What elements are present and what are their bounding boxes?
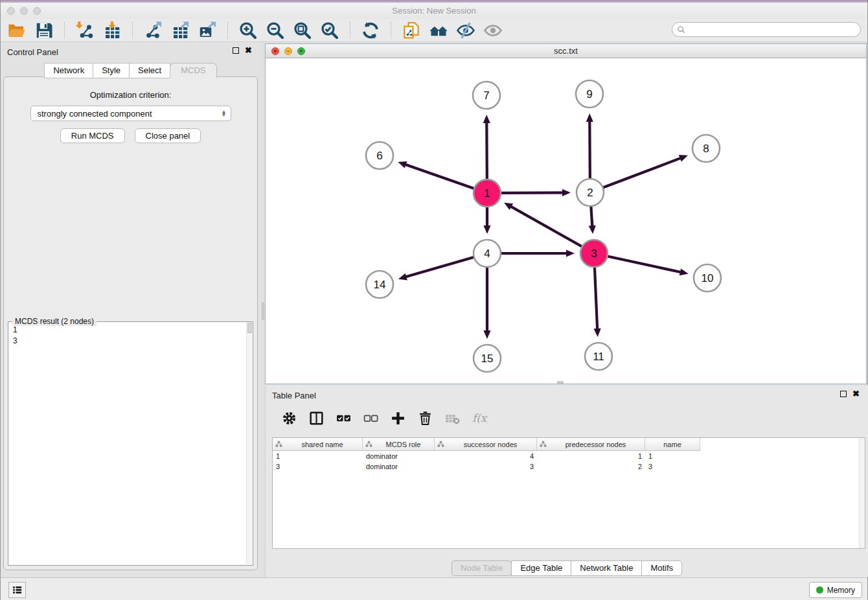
memory-status-dot [816, 586, 823, 594]
control-panel: Control Panel ✖ NetworkStyleSelectMCDS O… [1, 42, 261, 577]
delete-column-icon[interactable] [417, 410, 433, 426]
deselect-all-checkboxes-icon[interactable] [363, 410, 379, 426]
column-header-MCDS-role[interactable]: MCDS role [363, 438, 435, 451]
graph-edge-2-8[interactable] [590, 155, 688, 192]
first-neighbors-icon[interactable] [429, 21, 448, 40]
function-builder-icon: f(x) [472, 410, 488, 426]
table-scrollbar[interactable] [859, 438, 865, 548]
tree-icon [275, 440, 283, 448]
splitter-handle[interactable] [262, 303, 264, 319]
tab-edge-table[interactable]: Edge Table [511, 560, 571, 576]
table-cell[interactable]: dominator [363, 451, 435, 461]
settings-gear-icon[interactable] [281, 410, 297, 426]
window-title: Session: New Session [1, 6, 867, 16]
tab-select[interactable]: Select [129, 63, 170, 78]
tree-icon [365, 440, 373, 448]
table-row[interactable]: 1dominator411 [273, 451, 865, 461]
export-network-icon[interactable] [143, 21, 163, 40]
open-file-icon[interactable] [7, 21, 27, 40]
split-columns-icon[interactable] [308, 410, 325, 426]
column-header-predecessor-nodes[interactable]: predecessor nodes [537, 438, 645, 451]
export-table-icon[interactable] [170, 21, 190, 40]
graph-node-15[interactable]: 15 [474, 345, 501, 372]
toolbar-separator [64, 22, 65, 39]
show-all-icon[interactable] [483, 21, 503, 40]
graph-edge-3-10[interactable] [594, 253, 689, 275]
zoom-selected-icon[interactable] [320, 21, 339, 40]
refresh-layout-icon[interactable] [361, 21, 380, 40]
graph-node-4[interactable]: 4 [474, 240, 501, 267]
tab-motifs[interactable]: Motifs [641, 560, 682, 576]
hide-selected-icon[interactable] [456, 21, 475, 40]
export-image-icon[interactable] [198, 21, 217, 40]
zoom-out-icon[interactable] [266, 21, 285, 40]
graph-node-9[interactable]: 9 [576, 80, 603, 108]
graph-edge-3-1[interactable] [504, 203, 594, 253]
tab-network-table[interactable]: Network Table [571, 560, 642, 576]
svg-text:7: 7 [483, 89, 489, 102]
table-cell[interactable]: 3 [273, 461, 363, 472]
add-column-icon[interactable] [390, 410, 406, 426]
table-row[interactable]: 3dominator323 [273, 461, 865, 472]
tab-network[interactable]: Network [44, 63, 93, 78]
table-cell[interactable]: 2 [537, 461, 645, 472]
table-cell[interactable]: 1 [645, 451, 700, 461]
graph-node-2[interactable]: 2 [577, 179, 604, 206]
network-canvas[interactable]: 7968124314101511 [266, 58, 866, 384]
svg-text:9: 9 [586, 88, 592, 100]
memory-button[interactable]: Memory [809, 582, 862, 598]
optimization-criterion-dropdown[interactable]: strongly connected component ▲▼ [30, 106, 231, 121]
column-header-shared-name[interactable]: shared name [273, 438, 363, 451]
result-scrollbar[interactable] [246, 323, 252, 564]
table-cell[interactable]: 1 [273, 451, 363, 461]
select-all-checkboxes-icon[interactable] [336, 410, 352, 426]
save-session-icon[interactable] [34, 21, 54, 40]
column-header-name[interactable]: name [645, 438, 700, 451]
search-input[interactable] [687, 24, 860, 36]
zoom-in-icon[interactable] [238, 21, 258, 40]
table-toolbar: f(x) [272, 405, 862, 431]
node-table: shared nameMCDS rolesuccessor nodesprede… [272, 437, 865, 549]
control-panel-close-icon[interactable]: ✖ [245, 47, 252, 54]
search-field[interactable] [672, 22, 861, 37]
graph-node-1[interactable]: 1 [474, 179, 501, 207]
graph-node-6[interactable]: 6 [366, 142, 393, 169]
tab-style[interactable]: Style [93, 63, 130, 78]
run-mcds-button[interactable]: Run MCDS [60, 128, 125, 143]
table-cell[interactable]: dominator [363, 461, 435, 472]
table-cell[interactable]: 4 [435, 451, 537, 461]
svg-text:6: 6 [376, 150, 382, 162]
main-toolbar [1, 19, 867, 42]
tab-node-table[interactable]: Node Table [451, 560, 512, 576]
search-icon [676, 25, 687, 35]
table-cell[interactable]: 3 [435, 461, 537, 472]
toolbar-separator [350, 22, 350, 39]
table-panel-float-icon[interactable] [840, 391, 847, 397]
table-cell[interactable]: 1 [537, 451, 645, 461]
svg-text:3: 3 [591, 248, 597, 260]
mcds-result-text[interactable]: 1 3 [13, 325, 245, 564]
graph-node-10[interactable]: 10 [694, 264, 721, 292]
svg-text:2: 2 [587, 187, 593, 199]
table-panel-close-icon[interactable]: ✖ [852, 390, 860, 398]
import-network-icon[interactable] [75, 21, 95, 40]
graph-node-7[interactable]: 7 [473, 82, 500, 109]
task-history-button[interactable] [8, 582, 26, 598]
network-window-titlebar[interactable]: × − + scc.txt [266, 44, 866, 58]
graph-node-3[interactable]: 3 [580, 240, 608, 267]
table-cell[interactable]: 3 [645, 461, 700, 472]
tab-mcds[interactable]: MCDS [170, 63, 216, 78]
network-window-title: scc.txt [266, 46, 866, 56]
column-header-successor-nodes[interactable]: successor nodes [435, 438, 537, 451]
graph-node-14[interactable]: 14 [366, 271, 393, 298]
canvas-resize-handle[interactable] [557, 381, 564, 384]
table-panel-tabs: Node TableEdge TableNetwork TableMotifs [266, 560, 868, 576]
graph-node-8[interactable]: 8 [692, 135, 720, 162]
control-panel-float-icon[interactable] [233, 47, 239, 54]
copy-network-icon[interactable] [402, 21, 421, 40]
close-panel-button[interactable]: Close panel [135, 128, 201, 143]
control-panel-title: Control Panel [7, 47, 58, 57]
graph-node-11[interactable]: 11 [585, 343, 612, 370]
import-table-icon[interactable] [102, 21, 122, 40]
zoom-fit-icon[interactable] [293, 21, 312, 40]
